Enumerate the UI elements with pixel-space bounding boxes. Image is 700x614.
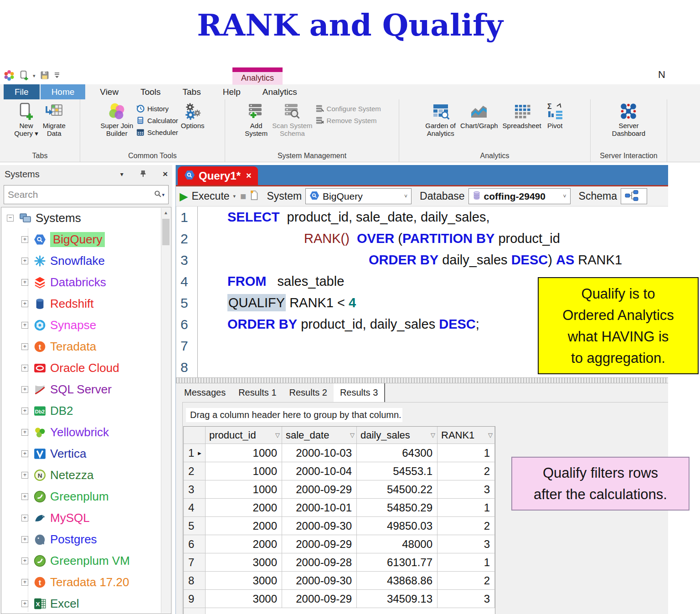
new-document-icon[interactable] xyxy=(19,70,28,82)
sidebar-item-netezza[interactable]: +NNetezza xyxy=(1,464,171,486)
sidebar-item-systems[interactable]: −Systems xyxy=(1,207,171,229)
filter-funnel-icon[interactable]: ▽ xyxy=(431,432,435,439)
row-number-cell[interactable]: 9 xyxy=(184,590,206,608)
pivot-button[interactable]: ΣPivot xyxy=(544,101,566,130)
cell-rank1[interactable]: 1 xyxy=(438,553,495,572)
execute-dropdown-icon[interactable]: ▾ xyxy=(233,193,236,199)
expand-icon[interactable]: + xyxy=(21,515,28,521)
cell-rank1[interactable]: 2 xyxy=(438,462,495,480)
expand-icon[interactable]: + xyxy=(21,408,28,414)
sidebar-item-databricks[interactable]: +Databricks xyxy=(1,272,171,293)
column-header-rank1[interactable]: RANK1▽ xyxy=(438,427,495,444)
close-tab-icon[interactable]: × xyxy=(246,170,252,181)
table-row[interactable]: 520002000-09-3049850.032 xyxy=(184,517,495,535)
expand-icon[interactable]: + xyxy=(21,429,28,436)
filter-funnel-icon[interactable]: ▽ xyxy=(350,432,355,439)
cell-sale-date[interactable]: 2000-09-30 xyxy=(282,517,357,535)
server-dashboard-button[interactable]: Server Dashboard xyxy=(610,101,647,138)
execute-button[interactable]: Execute xyxy=(191,190,229,202)
new-document-dropdown-icon[interactable]: ▾ xyxy=(33,73,36,79)
expand-icon[interactable]: + xyxy=(21,579,28,586)
sidebar-item-sql-server[interactable]: +SQL Server xyxy=(1,379,171,400)
cell-sale-date[interactable]: 2000-10-03 xyxy=(282,444,357,462)
search-options-chevron-icon[interactable]: ▾ xyxy=(162,192,165,198)
cell-product-id[interactable]: 1000 xyxy=(206,480,282,499)
sidebar-item-greenplum-vm[interactable]: +Greenplum VM xyxy=(1,550,171,572)
calculator-button[interactable]: Calculator xyxy=(136,116,178,125)
cell-daily-sales[interactable]: 54553.1 xyxy=(357,462,438,480)
cell-rank1[interactable]: 3 xyxy=(438,480,495,499)
cell-rank1[interactable]: 1 xyxy=(438,444,495,462)
ribbon-tab-home[interactable]: Home xyxy=(41,84,86,99)
pin-icon[interactable] xyxy=(140,170,146,179)
cell-sale-date[interactable]: 2000-09-29 xyxy=(282,535,357,553)
ribbon-tab-tabs[interactable]: Tabs xyxy=(175,84,208,99)
sidebar-item-bigquery[interactable]: +BigQuery xyxy=(1,229,171,250)
ribbon-tab-tools[interactable]: Tools xyxy=(133,84,168,99)
expand-icon[interactable]: + xyxy=(21,493,28,500)
save-icon[interactable] xyxy=(40,71,49,82)
sidebar-item-snowflake[interactable]: +Snowflake xyxy=(1,250,171,272)
row-number-cell[interactable]: 4 xyxy=(184,499,206,517)
query-tab[interactable]: Query1* × xyxy=(178,166,258,185)
sidebar-item-teradata[interactable]: +tTeradata xyxy=(1,336,171,357)
cell-sale-date[interactable]: 2000-10-01 xyxy=(282,499,357,517)
expand-icon[interactable]: + xyxy=(21,236,28,243)
scroll-up-icon[interactable]: ▲ xyxy=(161,208,170,215)
cell-product-id[interactable]: 3000 xyxy=(206,553,282,572)
sidebar-item-yellowbrick[interactable]: +Yellowbrick xyxy=(1,422,171,443)
cell-daily-sales[interactable]: 49850.03 xyxy=(357,517,438,535)
filter-funnel-icon[interactable]: ▽ xyxy=(275,432,280,439)
sidebar-item-redshift[interactable]: +Redshift xyxy=(1,293,171,315)
expand-icon[interactable]: + xyxy=(21,343,28,350)
row-number-cell[interactable]: 5 xyxy=(184,517,206,535)
cell-daily-sales[interactable]: 61301.77 xyxy=(357,553,438,572)
search-input[interactable] xyxy=(8,189,154,200)
scheduler-button[interactable]: Scheduler xyxy=(136,128,178,137)
scrollbar-thumb[interactable] xyxy=(162,219,170,245)
cell-rank1[interactable]: 2 xyxy=(438,517,495,535)
cell-sale-date[interactable]: 2000-09-28 xyxy=(282,553,357,572)
customize-toolbar-icon[interactable] xyxy=(54,72,60,80)
sidebar-item-vertica[interactable]: +Vertica xyxy=(1,443,171,464)
migrate-data-button[interactable]: Migrate Data xyxy=(41,101,67,138)
search-icon[interactable] xyxy=(154,190,162,200)
table-row[interactable]: 210002000-10-0454553.12 xyxy=(184,462,495,480)
ribbon-tab-view[interactable]: View xyxy=(93,84,126,99)
sidebar-item-synapse[interactable]: +Synapse xyxy=(1,315,171,336)
new-page-icon[interactable] xyxy=(250,190,258,202)
ribbon-tab-analytics[interactable]: Analytics xyxy=(255,84,304,99)
history-button[interactable]: History xyxy=(136,104,178,113)
cell-rank1[interactable]: 1 xyxy=(438,499,495,517)
cell-daily-sales[interactable]: 54500.22 xyxy=(357,480,438,499)
database-select[interactable]: coffing-29490 ˅ xyxy=(468,188,571,204)
remove-system-button[interactable]: Remove System xyxy=(315,116,381,125)
panel-menu-chevron-icon[interactable]: ▾ xyxy=(120,170,124,178)
results-tab-results-3[interactable]: Results 3 xyxy=(334,383,385,402)
expand-icon[interactable]: + xyxy=(21,322,28,329)
system-select[interactable]: BigQuery ˅ xyxy=(305,188,412,204)
table-row[interactable]: 1▸10002000-10-03643001 xyxy=(184,444,495,462)
schema-select[interactable] xyxy=(621,188,647,204)
row-number-cell[interactable]: 2 xyxy=(184,462,206,480)
chart-graph-button[interactable]: Chart/Graph xyxy=(458,101,500,130)
cell-product-id[interactable]: 1000 xyxy=(206,444,282,462)
sidebar-item-excel[interactable]: +XExcel xyxy=(1,593,171,614)
expand-icon[interactable]: + xyxy=(21,450,28,457)
expand-icon[interactable]: + xyxy=(21,258,28,264)
configure-system-button[interactable]: Configure System xyxy=(315,104,381,113)
column-header-daily-sales[interactable]: daily_sales▽ xyxy=(357,427,438,444)
cell-daily-sales[interactable]: 34509.13 xyxy=(357,590,438,608)
cell-daily-sales[interactable]: 48000 xyxy=(357,535,438,553)
cell-rank1[interactable]: 3 xyxy=(438,590,495,608)
row-number-cell[interactable]: 8 xyxy=(184,572,206,590)
garden-of-analytics-button[interactable]: Garden of Analytics xyxy=(423,101,458,138)
column-header-sale-date[interactable]: sale_date▽ xyxy=(282,427,357,444)
super-join-builder-button[interactable]: Super Join Builder xyxy=(99,101,135,138)
options-button[interactable]: Options xyxy=(179,101,206,130)
spreadsheet-button[interactable]: Spreadsheet xyxy=(501,101,543,130)
cell-sale-date[interactable]: 2000-09-30 xyxy=(282,572,357,590)
stop-icon[interactable]: ■ xyxy=(240,191,246,202)
cell-rank1[interactable]: 2 xyxy=(438,572,495,590)
expand-icon[interactable]: + xyxy=(21,557,28,564)
